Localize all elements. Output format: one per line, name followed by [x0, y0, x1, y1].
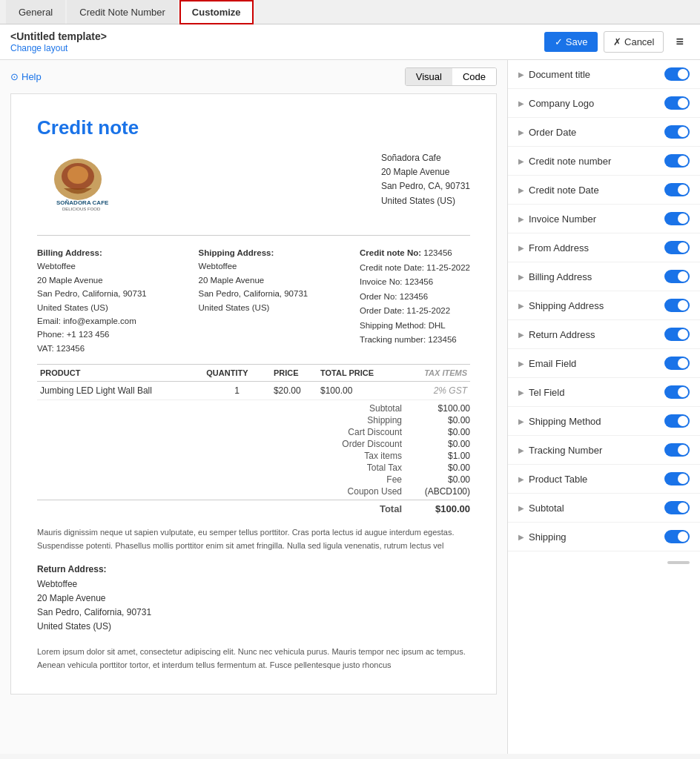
toggle-11[interactable]: [664, 385, 690, 399]
toggle-9[interactable]: [664, 328, 690, 341]
toggle-7[interactable]: [664, 270, 690, 283]
arrow-icon-6: ▶: [518, 244, 524, 252]
arrow-icon-3: ▶: [518, 157, 524, 165]
right-item-label-13: ▶ Tracking Number: [518, 445, 602, 456]
right-item-label-15: ▶ Subtotal: [518, 503, 564, 514]
right-item-label-8: ▶ Shipping Address: [518, 300, 604, 311]
help-icon: ⊙: [10, 71, 19, 82]
footer-text-1: Mauris dignissim neque ut sapien vulputa…: [37, 526, 470, 552]
right-panel-item-6[interactable]: ▶ From Address: [508, 233, 700, 262]
right-item-label-0: ▶ Document title: [518, 69, 590, 80]
right-panel-item-16[interactable]: ▶ Shipping: [508, 523, 700, 551]
return-address-block: Return Address: Webtoffee 20 Maple Avenu…: [37, 563, 470, 634]
right-item-text-1: Company Logo: [529, 98, 594, 109]
svg-text:SOÑADORA CAFE: SOÑADORA CAFE: [56, 199, 109, 206]
page-header: <Untitled template> Change layout ✓ Save…: [0, 24, 700, 60]
right-panel-item-11[interactable]: ▶ Tel Field: [508, 378, 700, 407]
visual-button[interactable]: Visual: [406, 68, 452, 85]
toggle-13[interactable]: [664, 443, 690, 457]
toggle-10[interactable]: [664, 357, 690, 370]
right-item-text-14: Product Table: [529, 474, 587, 485]
left-panel: ⊙ Help Visual Code Credit note: [0, 60, 507, 754]
right-panel-item-8[interactable]: ▶ Shipping Address: [508, 291, 700, 320]
tab-credit-note-number[interactable]: Credit Note Number: [67, 0, 178, 24]
preview-header: SOÑADORA CAFE DELICIOUS FOOD Soñadora Ca…: [37, 151, 470, 220]
header-right: ✓ Save ✗ Cancel ≡: [544, 31, 690, 53]
right-panel-item-13[interactable]: ▶ Tracking Number: [508, 436, 700, 465]
toggle-3[interactable]: [664, 154, 690, 168]
toggle-4[interactable]: [664, 183, 690, 196]
toggle-14[interactable]: [664, 472, 690, 485]
right-item-text-0: Document title: [529, 69, 590, 80]
order-discount-row: Order Discount $0.00: [37, 439, 470, 449]
code-button[interactable]: Code: [452, 68, 496, 85]
toggle-0[interactable]: [664, 67, 690, 81]
arrow-icon-9: ▶: [518, 331, 524, 339]
grand-total-row: Total $100.00: [37, 500, 470, 514]
tab-general[interactable]: General: [6, 0, 65, 24]
arrow-icon-12: ▶: [518, 417, 524, 425]
right-item-text-3: Credit note number: [529, 156, 611, 167]
arrow-icon-5: ▶: [518, 215, 524, 223]
help-bar: ⊙ Help Visual Code: [10, 67, 497, 86]
right-panel-item-9[interactable]: ▶ Return Address: [508, 320, 700, 349]
toggle-5[interactable]: [664, 212, 690, 225]
toggle-12[interactable]: [664, 414, 690, 428]
right-panel-item-2[interactable]: ▶ Order Date: [508, 118, 700, 147]
totals-section: Subtotal $100.00 Shipping $0.00 Cart Dis…: [37, 403, 470, 514]
right-item-label-4: ▶ Credit note Date: [518, 185, 599, 196]
right-panel-scrollbar: [508, 551, 700, 574]
right-panel-item-0[interactable]: ▶ Document title: [508, 60, 700, 89]
logo-area: SOÑADORA CAFE DELICIOUS FOOD: [37, 151, 126, 220]
arrow-icon-7: ▶: [518, 273, 524, 281]
arrow-icon-0: ▶: [518, 70, 524, 79]
arrow-icon-1: ▶: [518, 99, 524, 107]
change-layout-link[interactable]: Change layout: [10, 43, 67, 53]
right-item-text-5: Invoice Number: [529, 213, 596, 225]
help-link[interactable]: ⊙ Help: [10, 71, 42, 82]
arrow-icon-8: ▶: [518, 302, 524, 310]
right-panel-item-7[interactable]: ▶ Billing Address: [508, 262, 700, 291]
toggle-8[interactable]: [664, 299, 690, 312]
address-row: Billing Address: Webtoffee 20 Maple Aven…: [37, 246, 470, 355]
billing-address-block: Billing Address: Webtoffee 20 Maple Aven…: [37, 246, 184, 355]
col-tax-items: TAX ITEMS: [401, 365, 470, 382]
menu-button[interactable]: ≡: [670, 31, 690, 53]
arrow-icon-10: ▶: [518, 359, 524, 368]
toggle-16[interactable]: [664, 530, 690, 543]
right-item-text-4: Credit note Date: [529, 185, 599, 196]
toggle-15[interactable]: [664, 501, 690, 514]
fee-row: Fee $0.00: [37, 474, 470, 485]
product-table: PRODUCT QUANTITY PRICE TOTAL PRICE TAX I…: [37, 364, 470, 400]
right-panel-item-12[interactable]: ▶ Shipping Method: [508, 407, 700, 436]
right-panel-item-5[interactable]: ▶ Invoice Number: [508, 205, 700, 233]
toggle-1[interactable]: [664, 96, 690, 110]
arrow-icon-13: ▶: [518, 446, 524, 454]
right-panel-item-15[interactable]: ▶ Subtotal: [508, 494, 700, 523]
arrow-icon-11: ▶: [518, 388, 524, 397]
right-item-label-11: ▶ Tel Field: [518, 387, 564, 398]
right-item-text-13: Tracking Number: [529, 445, 602, 456]
right-item-text-10: Email Field: [529, 358, 576, 369]
right-item-text-8: Shipping Address: [529, 300, 604, 311]
right-panel-item-14[interactable]: ▶ Product Table: [508, 465, 700, 494]
right-item-text-16: Shipping: [529, 531, 567, 543]
svg-point-2: [67, 166, 88, 184]
right-panel-item-4[interactable]: ▶ Credit note Date: [508, 176, 700, 205]
company-info: Soñadora Cafe 20 Maple Avenue San Pedro,…: [381, 151, 470, 208]
scrollbar-thumb: [667, 561, 690, 564]
save-button[interactable]: ✓ Save: [544, 32, 598, 52]
header-left: <Untitled template> Change layout: [10, 30, 107, 53]
table-row: Jumbing LED Light Wall Ball 1 $20.00 $10…: [37, 382, 470, 400]
right-panel-item-10[interactable]: ▶ Email Field: [508, 349, 700, 378]
company-logo: SOÑADORA CAFE DELICIOUS FOOD: [37, 151, 119, 218]
right-panel-item-3[interactable]: ▶ Credit note number: [508, 147, 700, 176]
tax-items-row: Tax items $1.00: [37, 451, 470, 461]
right-panel-item-1[interactable]: ▶ Company Logo: [508, 89, 700, 118]
document-preview: Credit note SOÑADORA CAFE DELICIOUS FOOD…: [10, 93, 497, 695]
tab-customize[interactable]: Customize: [179, 0, 254, 24]
toggle-2[interactable]: [664, 125, 690, 139]
cancel-button[interactable]: ✗ Cancel: [604, 31, 664, 53]
toggle-6[interactable]: [664, 241, 690, 254]
right-panel: ▶ Document title ▶ Company Logo ▶ Order …: [507, 60, 700, 754]
